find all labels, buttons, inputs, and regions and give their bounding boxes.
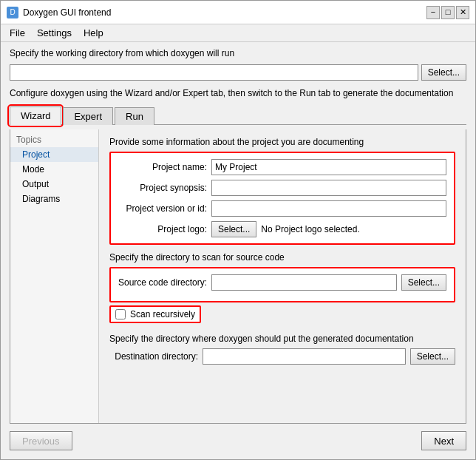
title-bar: D Doxygen GUI frontend − □ ✕ (1, 1, 475, 24)
sidebar-item-mode[interactable]: Mode (10, 162, 98, 177)
project-logo-label: Project logo: (118, 224, 207, 234)
configure-description: Configure doxygen using the Wizard and/o… (10, 88, 466, 98)
working-dir-description: Specify the working directory from which… (10, 48, 466, 58)
project-version-row: Project version or id: (118, 200, 446, 217)
destination-section: Specify the directory where doxygen shou… (109, 334, 455, 369)
project-name-label: Project name: (118, 162, 207, 172)
source-dir-row: Source code directory: Select... (118, 274, 446, 291)
project-logo-status: No Project logo selected. (261, 224, 359, 234)
app-icon: D (7, 7, 18, 18)
source-dir-input[interactable] (211, 274, 397, 291)
window-title: Doxygen GUI frontend (23, 7, 111, 18)
main-panel: Topics Project Mode Output Diagrams Prov… (10, 129, 466, 424)
previous-button[interactable]: Previous (10, 431, 72, 450)
tab-wizard[interactable]: Wizard (10, 106, 61, 125)
project-section-title: Provide some information about the proje… (109, 137, 455, 147)
tab-expert[interactable]: Expert (63, 107, 113, 125)
dest-dir-label: Destination directory: (109, 351, 198, 362)
menu-help[interactable]: Help (78, 26, 109, 40)
title-bar-left: D Doxygen GUI frontend (7, 7, 111, 18)
project-name-row: Project name: (118, 159, 446, 175)
menu-bar: File Settings Help (1, 24, 475, 42)
project-form: Project name: Project synopsis: Project … (109, 152, 455, 245)
project-synopsis-input[interactable] (211, 180, 446, 196)
content-area: Specify the working directory from which… (1, 42, 475, 459)
project-version-input[interactable] (211, 200, 446, 217)
dest-dir-row: Destination directory: Select... (109, 348, 455, 365)
source-code-section: Specify the directory to scan for source… (109, 252, 455, 326)
sidebar-topics-label: Topics (10, 132, 98, 147)
working-dir-input[interactable] (10, 64, 418, 81)
footer-nav: Previous Next (10, 428, 466, 453)
source-section-title: Specify the directory to scan for source… (109, 252, 455, 263)
tab-run[interactable]: Run (115, 107, 154, 125)
sidebar-item-project[interactable]: Project (10, 147, 98, 162)
main-window: D Doxygen GUI frontend − □ ✕ File Settin… (0, 0, 476, 460)
dest-section-title: Specify the directory where doxygen shou… (109, 334, 455, 344)
maximize-button[interactable]: □ (441, 6, 455, 19)
source-form: Source code directory: Select... (109, 267, 455, 302)
working-dir-row: Select... (10, 64, 466, 81)
scan-recursively-label: Scan recursively (130, 309, 195, 319)
title-controls: − □ ✕ (426, 6, 469, 19)
working-dir-select-button[interactable]: Select... (421, 64, 466, 81)
next-button[interactable]: Next (421, 431, 466, 450)
project-name-input[interactable] (211, 159, 446, 175)
project-logo-row: Project logo: Select... No Project logo … (118, 221, 446, 237)
scan-recursively-checkbox[interactable] (115, 309, 126, 319)
sidebar-item-diagrams[interactable]: Diagrams (10, 192, 98, 206)
close-button[interactable]: ✕ (456, 6, 469, 19)
project-logo-select-button[interactable]: Select... (211, 221, 256, 237)
scan-recursively-row: Scan recursively (109, 305, 201, 323)
menu-settings[interactable]: Settings (31, 26, 78, 40)
right-panel: Provide some information about the proje… (99, 129, 466, 423)
tabs-row: Wizard Expert Run (10, 106, 466, 125)
minimize-button[interactable]: − (426, 6, 440, 19)
project-synopsis-row: Project synopsis: (118, 180, 446, 196)
project-info-section: Provide some information about the proje… (109, 137, 455, 245)
sidebar: Topics Project Mode Output Diagrams (10, 129, 99, 423)
project-version-label: Project version or id: (118, 203, 207, 214)
source-dir-label: Source code directory: (118, 277, 207, 288)
dest-dir-select-button[interactable]: Select... (410, 348, 455, 365)
sidebar-item-output[interactable]: Output (10, 177, 98, 192)
menu-file[interactable]: File (4, 26, 31, 40)
source-dir-select-button[interactable]: Select... (401, 274, 446, 291)
project-synopsis-label: Project synopsis: (118, 183, 207, 193)
dest-dir-input[interactable] (203, 348, 406, 365)
